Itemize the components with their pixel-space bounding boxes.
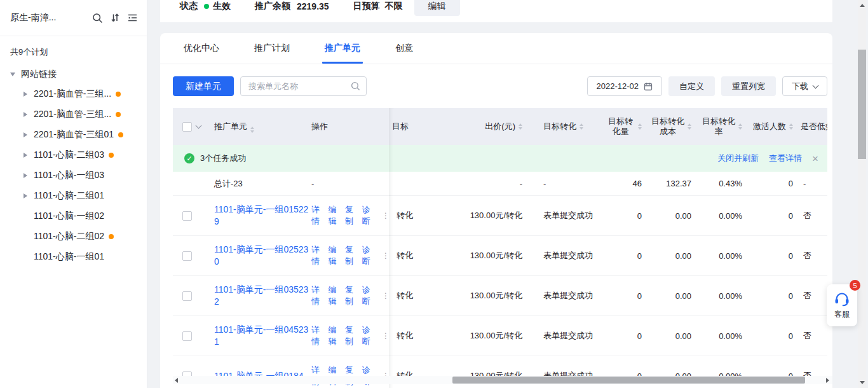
sidebar-item-plan[interactable]: 1101-心脑-一组03 <box>0 165 147 186</box>
task-success-banner: ✓ 3个任务成功 关闭并刷新 查看详情 × <box>173 145 827 172</box>
expand-arrow-icon[interactable] <box>24 153 27 158</box>
customize-columns-button[interactable]: 自定义 <box>668 76 715 96</box>
diagnose-link[interactable]: 诊断 <box>362 284 377 307</box>
detail-link[interactable]: 详情 <box>311 204 326 227</box>
edit-link[interactable]: 编辑 <box>329 324 343 347</box>
column-header-unit[interactable]: 推广单元 <box>210 121 309 133</box>
account-title: 原生-南漳... <box>10 12 56 24</box>
view-details-link[interactable]: 查看详情 <box>769 153 802 164</box>
diagnose-link[interactable]: 诊断 <box>362 204 377 227</box>
diagnose-link[interactable]: 诊断 <box>362 324 377 347</box>
horizontal-scrollbar[interactable] <box>173 376 832 384</box>
sidebar-item-plan[interactable]: 1101-心脑-二组02 <box>0 226 147 247</box>
row-checkbox[interactable] <box>182 291 192 301</box>
service-label: 客服 <box>834 309 850 320</box>
expand-arrow-icon[interactable] <box>24 193 27 198</box>
column-header-goal: 目标 <box>389 121 417 132</box>
tree-group-website-links[interactable]: 网站链接 <box>0 66 147 83</box>
more-actions-icon[interactable]: ⋮ <box>382 211 389 220</box>
notification-badge: 5 <box>850 280 860 291</box>
more-actions-icon[interactable]: ⋮ <box>382 251 389 260</box>
copy-link[interactable]: 复制 <box>345 324 360 347</box>
vertical-scrollbar[interactable] <box>858 0 866 388</box>
close-and-refresh-link[interactable]: 关闭并刷新 <box>717 153 759 164</box>
column-header-bid[interactable]: 出价(元) <box>417 121 522 132</box>
scroll-up-arrow-icon[interactable] <box>860 4 865 7</box>
copy-link[interactable]: 复制 <box>345 284 360 307</box>
summary-row: 总计-23 - - - 46 132.37 0.43% 0 - <box>173 172 827 196</box>
calendar-icon <box>644 82 653 91</box>
row-checkbox[interactable] <box>182 251 192 261</box>
table-header-row: 推广单元 操作 目标 出价(元) 目标转化 目标转化量 目标转化成本 目标转化率… <box>173 108 827 145</box>
expand-arrow-icon[interactable] <box>24 173 27 178</box>
plan-summary-bar: 状态 生效 推广余额 2219.35 日预算 不限 编辑 <box>160 0 832 22</box>
detail-link[interactable]: 详情 <box>311 284 326 307</box>
reset-column-width-button[interactable]: 重置列宽 <box>721 76 776 96</box>
sidebar-item-plan[interactable]: 2201-脑血管-三组01 <box>0 125 147 145</box>
unit-name-link[interactable]: 1101-脑单元-一组025230 <box>214 244 311 268</box>
customer-service-widget[interactable]: 5 客服 <box>827 284 857 326</box>
column-header-conv-cost[interactable]: 目标转化成本 <box>642 116 691 137</box>
unit-name-link[interactable]: 1101-脑单元-一组035232 <box>214 284 311 308</box>
tab-optimize-center[interactable]: 优化中心 <box>184 33 219 64</box>
scroll-right-arrow-icon[interactable] <box>826 378 829 383</box>
search-icon[interactable] <box>92 13 103 24</box>
vertical-scrollbar-thumb[interactable] <box>858 50 866 159</box>
status-dot <box>118 132 123 137</box>
tab-campaigns[interactable]: 推广计划 <box>254 33 290 64</box>
sort-icon[interactable] <box>110 13 120 23</box>
edit-link[interactable]: 编辑 <box>329 284 343 307</box>
checkbox-dropdown-icon[interactable] <box>196 122 202 128</box>
row-checkbox[interactable] <box>182 211 192 221</box>
close-icon[interactable]: × <box>812 153 818 164</box>
sort-icon[interactable] <box>250 127 254 133</box>
more-actions-icon[interactable]: ⋮ <box>382 291 389 300</box>
unit-name-link[interactable]: 1101-脑单元-一组045231 <box>214 324 311 348</box>
tab-creatives[interactable]: 创意 <box>395 33 413 64</box>
expand-arrow-icon[interactable] <box>24 92 27 97</box>
select-all-checkbox[interactable] <box>182 122 192 132</box>
success-check-icon: ✓ <box>184 153 194 163</box>
sidebar-item-plan[interactable]: 2201-脑血管-三组... <box>0 84 147 104</box>
expand-arrow-icon[interactable] <box>24 132 27 137</box>
sidebar-item-plan[interactable]: 1101-心脑-二组03 <box>0 145 147 165</box>
tab-ad-units[interactable]: 推广单元 <box>325 33 360 64</box>
collapse-list-icon[interactable] <box>127 13 138 23</box>
expand-arrow-icon[interactable] <box>24 112 27 117</box>
sidebar-item-plan[interactable]: 2201-脑血管-三组... <box>0 104 147 125</box>
detail-link[interactable]: 详情 <box>311 244 326 267</box>
diagnose-link[interactable]: 诊断 <box>362 244 377 267</box>
row-checkbox[interactable] <box>182 331 192 341</box>
plan-label: 2201-脑血管-三组01 <box>34 129 114 141</box>
sort-icon[interactable] <box>580 123 583 130</box>
edit-link[interactable]: 编辑 <box>329 204 343 227</box>
balance-label: 推广余额 <box>255 1 290 12</box>
search-input[interactable] <box>240 76 367 96</box>
column-header-conv-rate[interactable]: 目标转化率 <box>691 116 742 137</box>
scroll-left-arrow-icon[interactable] <box>175 378 178 383</box>
sidebar-item-plan[interactable]: 1101-心脑-一组02 <box>0 206 147 226</box>
download-label: 下载 <box>792 81 808 92</box>
horizontal-scrollbar-thumb[interactable] <box>452 377 805 384</box>
date-picker-button[interactable]: 2022-12-02 <box>587 76 663 96</box>
plan-label: 1101-心脑-二组02 <box>34 231 104 242</box>
copy-link[interactable]: 复制 <box>345 244 360 267</box>
column-header-low-efficiency: 是否低效 <box>793 121 827 132</box>
detail-link[interactable]: 详情 <box>311 324 326 347</box>
edit-link[interactable]: 编辑 <box>329 244 343 267</box>
sidebar-item-plan[interactable]: 1101-心脑-一组01 <box>0 247 147 267</box>
table-row: 1101-脑单元-一组045231 详情 编辑 复制 诊断 ⋮ 转化 130.0… <box>173 316 827 356</box>
more-actions-icon[interactable]: ⋮ <box>382 331 389 340</box>
column-header-active-users[interactable]: 激活人数 <box>742 121 793 132</box>
edit-button[interactable]: 编辑 <box>414 0 460 16</box>
download-button[interactable]: 下载 <box>782 76 827 96</box>
date-value: 2022-12-02 <box>597 81 639 91</box>
copy-link[interactable]: 复制 <box>345 204 360 227</box>
new-unit-button[interactable]: 新建单元 <box>173 76 234 96</box>
sidebar-item-plan[interactable]: 1101-心脑-二组01 <box>0 186 147 206</box>
column-header-conv-count[interactable]: 目标转化量 <box>606 116 642 137</box>
scroll-down-arrow-icon[interactable] <box>860 381 865 384</box>
status-label: 状态 <box>180 1 198 12</box>
unit-name-link[interactable]: 1101-脑单元-一组015229 <box>214 204 311 228</box>
column-header-target-conv[interactable]: 目标转化 <box>522 121 606 132</box>
